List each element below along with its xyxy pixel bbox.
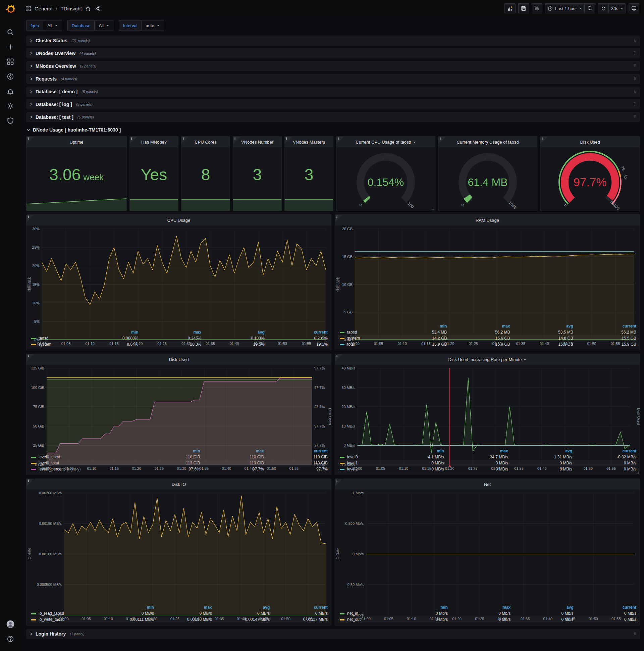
- time-range-picker[interactable]: Last 1 hour: [545, 3, 585, 13]
- panel-info-icon[interactable]: i: [233, 136, 240, 144]
- row-cluster-status[interactable]: Cluster Status(21 panels)⠿: [26, 36, 640, 45]
- uptime-stat: 3.06week: [27, 147, 126, 211]
- svg-text:01:30: 01:30: [193, 617, 202, 621]
- row-drag-handle[interactable]: ⠿: [634, 64, 637, 68]
- dashboards-icon[interactable]: [3, 54, 18, 69]
- refresh-button[interactable]: [598, 3, 609, 13]
- help-icon[interactable]: [3, 631, 18, 646]
- svg-text:01:05: 01:05: [64, 466, 74, 470]
- dashboard-settings-button[interactable]: [532, 3, 542, 13]
- cpu-cores-stat: 8: [182, 147, 230, 211]
- toolbar: Last 1 hour 30s: [505, 3, 639, 13]
- row-mnodes-overview[interactable]: MNodes Overview(2 panels)⠿: [26, 61, 640, 71]
- row-drag-handle[interactable]: ⠿: [634, 115, 637, 120]
- svg-text:01:10: 01:10: [87, 466, 96, 470]
- row-database-test[interactable]: Database: [ test ](5 panels)⠿: [26, 112, 640, 122]
- chevron-down-icon: [27, 128, 30, 131]
- panel-info-icon[interactable]: i: [285, 136, 292, 144]
- variable-value-interval[interactable]: auto: [141, 20, 164, 31]
- svg-text:01:50: 01:50: [267, 466, 277, 470]
- row-drag-handle[interactable]: ⠿: [634, 89, 637, 94]
- svg-text:20 MB/s: 20 MB/s: [342, 405, 355, 409]
- panel-info-icon[interactable]: i: [27, 136, 34, 144]
- row-list: Cluster Status(21 panels)⠿ DNodes Overvi…: [26, 36, 640, 122]
- svg-text:0: 0: [358, 203, 363, 208]
- server-admin-shield-icon[interactable]: [3, 114, 18, 128]
- chevron-down-icon: [413, 142, 416, 143]
- zoom-out-time-button[interactable]: [585, 3, 595, 13]
- row-database-log[interactable]: Database: [ log ](5 panels)⠿: [26, 99, 640, 110]
- svg-text:01:30: 01:30: [492, 342, 502, 346]
- create-plus-icon[interactable]: [3, 40, 18, 54]
- row-drag-handle[interactable]: ⠿: [634, 102, 637, 107]
- svg-text:01:50: 01:50: [278, 342, 287, 346]
- svg-text:01:25: 01:25: [468, 466, 478, 470]
- add-panel-button[interactable]: [505, 3, 516, 13]
- panel-resize-handle[interactable]: [432, 207, 434, 210]
- panel-header[interactable]: RAM Usage: [335, 215, 640, 225]
- panel-info-icon[interactable]: i: [335, 215, 343, 222]
- share-icon[interactable]: [94, 6, 100, 11]
- row-login-history[interactable]: Login History (1 panel) ⠿: [26, 629, 640, 639]
- panel-header[interactable]: Disk Used: [27, 354, 331, 365]
- panel-header[interactable]: Disk IO: [27, 479, 331, 490]
- panel-current-memory-usage: iCurrent Memory Usage of taosd61.4 MB015…: [438, 136, 537, 211]
- variable-value-fqdn[interactable]: All: [43, 20, 62, 31]
- explore-compass-icon[interactable]: [3, 69, 18, 84]
- row-database-demo[interactable]: Database: [ demo ](5 panels)⠿: [26, 87, 640, 97]
- breadcrumb-folder[interactable]: General: [35, 6, 52, 11]
- panel-uptime: iUptime3.06week: [26, 136, 127, 211]
- panel-info-icon[interactable]: i: [27, 215, 34, 222]
- panel-info-icon[interactable]: i: [540, 136, 548, 144]
- star-icon[interactable]: [85, 6, 91, 11]
- panel-header[interactable]: Uptime: [27, 136, 126, 147]
- svg-text:15 GB: 15 GB: [342, 255, 353, 259]
- panel-resize-handle[interactable]: [636, 471, 639, 474]
- svg-text:01:15: 01:15: [422, 466, 431, 470]
- dashboard-folder-icon: [26, 6, 31, 11]
- variable-label-interval: Interval: [119, 20, 141, 31]
- row-drag-handle[interactable]: ⠿: [634, 76, 637, 81]
- panel-info-icon[interactable]: i: [27, 479, 34, 486]
- svg-text:01:10: 01:10: [85, 342, 95, 346]
- svg-text:0: 0: [460, 203, 465, 208]
- variable-value-database[interactable]: All: [94, 20, 113, 31]
- svg-text:IO Rate: IO Rate: [27, 548, 31, 560]
- panel-header[interactable]: Disk Used: [540, 136, 640, 147]
- svg-text:01:35: 01:35: [516, 342, 525, 346]
- save-dashboard-button[interactable]: [518, 3, 529, 13]
- panel-header[interactable]: Current CPU Usage of taosd: [336, 136, 435, 147]
- row-dnode-usage[interactable]: DNode Usage [ huolinhe-TM1701:6030 ]: [26, 125, 640, 135]
- configuration-gear-icon[interactable]: [3, 99, 18, 114]
- panel-info-icon[interactable]: i: [335, 354, 343, 362]
- panel-header[interactable]: CPU Usage: [27, 215, 331, 225]
- panel-info-icon[interactable]: i: [182, 136, 189, 144]
- panel-header[interactable]: Net: [335, 479, 640, 490]
- svg-text:15%: 15%: [32, 283, 40, 286]
- user-avatar[interactable]: [3, 617, 18, 631]
- search-icon[interactable]: [3, 25, 18, 40]
- svg-text:01:20: 01:20: [452, 617, 461, 621]
- row-drag-handle[interactable]: ⠿: [634, 631, 637, 636]
- panel-info-icon[interactable]: i: [439, 136, 446, 144]
- panel-header[interactable]: Current Memory Usage of taosd: [439, 136, 537, 147]
- panel-info-icon[interactable]: i: [27, 354, 34, 362]
- cpu-usage-plot: 0%5%10%15%20%25%30%01:0001:0501:1001:150…: [27, 225, 331, 329]
- row-dnodes-overview[interactable]: DNodes Overview(4 panels)⠿: [26, 48, 640, 58]
- chevron-right-icon: [30, 90, 33, 93]
- panel-vnodes-masters: iVNodes Masters3: [284, 136, 333, 211]
- svg-text:01:50: 01:50: [589, 617, 598, 621]
- row-drag-handle[interactable]: ⠿: [634, 38, 637, 43]
- panel-info-icon[interactable]: i: [335, 479, 343, 486]
- row-drag-handle[interactable]: ⠿: [634, 51, 637, 56]
- panel-title: Disk Used Increasing Rate per Minute: [448, 357, 522, 362]
- grafana-logo[interactable]: [4, 3, 17, 16]
- refresh-interval-picker[interactable]: 30s: [609, 3, 626, 13]
- panel-info-icon[interactable]: i: [130, 136, 137, 144]
- row-requests[interactable]: Requests(4 panels)⠿: [26, 74, 640, 84]
- alerting-bell-icon[interactable]: [3, 84, 18, 99]
- panel-info-icon[interactable]: i: [336, 136, 344, 144]
- panel-header[interactable]: Disk Used Increasing Rate per Minute: [335, 354, 640, 365]
- breadcrumb-dashboard[interactable]: TDinsight: [61, 6, 82, 11]
- cycle-view-mode-button[interactable]: [629, 3, 639, 13]
